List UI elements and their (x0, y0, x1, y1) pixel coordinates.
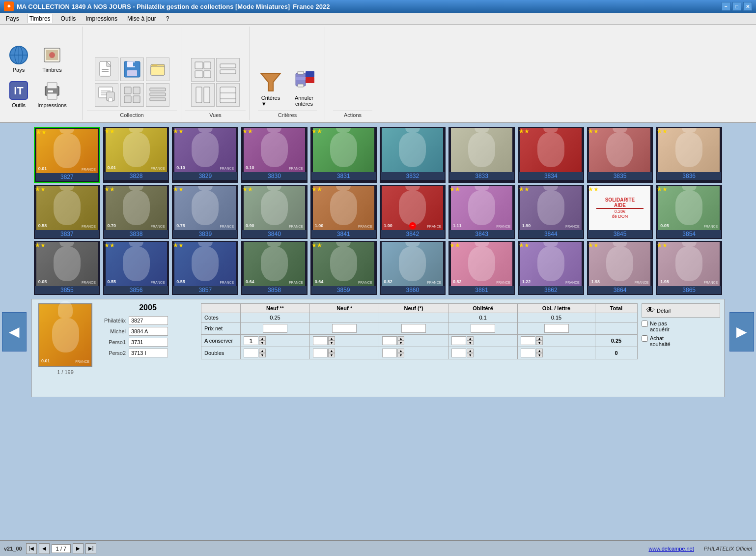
stamp-item-3831[interactable]: ★★3831 (310, 127, 377, 183)
stamp-item-3855[interactable]: ★★0.05FRANCE3855 (34, 241, 100, 295)
stamp-item-3842[interactable]: 1.00FRANCE−3842 (380, 185, 446, 239)
collection-save-btn[interactable] (120, 58, 144, 81)
page-first-button[interactable]: |◀ (26, 543, 37, 554)
stamp-item-3838[interactable]: ★★0.70FRANCE3838 (103, 185, 169, 239)
prix-net-neuf2-input[interactable] (263, 324, 287, 333)
spinner-down-7[interactable]: ▼ (328, 353, 335, 357)
stamp-item-3836[interactable]: ★★3836 (656, 127, 722, 183)
impressions-button[interactable]: Impressions (37, 77, 67, 110)
stamp-item-3841[interactable]: ★★1.00FRANCE3841 (310, 185, 377, 239)
stamp-item-3865[interactable]: ★★1.98FRANCE3865 (656, 241, 722, 295)
philatelix-input[interactable] (129, 316, 168, 325)
menu-pays[interactable]: Pays (4, 14, 21, 23)
nav-prev-button[interactable]: ◀ (2, 312, 27, 351)
menu-mise-a-jour[interactable]: Mise à jour (125, 14, 158, 23)
collection-grid-btn[interactable] (120, 83, 144, 107)
stamp-item-3829[interactable]: ★★0.10FRANCE3829 (172, 127, 238, 183)
spinner-up-2[interactable]: ▲ (328, 336, 335, 341)
vues-btn3[interactable] (191, 83, 215, 107)
a-conserver-neuf2-input[interactable] (244, 336, 258, 345)
page-last-button[interactable]: ▶| (85, 543, 96, 554)
stamp-item-3843[interactable]: ★★1.11FRANCE3843 (448, 185, 515, 239)
doubles-neuf2-input[interactable] (244, 349, 258, 357)
prix-net-neufp-input[interactable] (401, 324, 426, 333)
collection-list-btn[interactable] (146, 83, 169, 107)
spinner-up-3[interactable]: ▲ (397, 336, 404, 341)
timbres-button[interactable]: Timbres (37, 41, 67, 75)
vues-btn4[interactable] (216, 83, 240, 107)
doubles-neuf1-input[interactable] (313, 349, 328, 357)
stamp-item-3837[interactable]: ★★0.58FRANCE3837 (34, 185, 100, 239)
menu-help[interactable]: ? (164, 14, 171, 23)
spinner-up-9[interactable]: ▲ (467, 349, 474, 353)
page-next-button[interactable]: ▶ (73, 543, 84, 554)
spinner-down-10[interactable]: ▼ (536, 353, 543, 357)
spinner-down-3[interactable]: ▼ (397, 341, 404, 345)
spinner-up-4[interactable]: ▲ (467, 336, 474, 341)
vues-btn1[interactable] (191, 58, 215, 82)
stamp-item-3864[interactable]: ★★1.98FRANCE3864 (587, 241, 653, 295)
annuler-criteres-button[interactable]: Annulercritères (291, 69, 317, 107)
a-conserver-neufp-input[interactable] (382, 336, 397, 345)
detail-button[interactable]: 👁 Détail (642, 303, 720, 318)
minimize-button[interactable]: − (722, 2, 730, 11)
a-conserver-obl-lettre-input[interactable] (521, 336, 535, 345)
stamp-item-3859[interactable]: ★★0.64FRANCE3859 (310, 241, 377, 295)
collection-new-btn[interactable] (95, 58, 118, 81)
doubles-neufp-input[interactable] (382, 349, 397, 357)
stamp-item-3861[interactable]: ★★0.82FRANCE3861 (448, 241, 515, 295)
doubles-oblit-input[interactable] (451, 349, 466, 357)
stamp-item-3854[interactable]: ★★0.05FRANCE3854 (656, 185, 722, 239)
perso2-input[interactable] (129, 349, 168, 357)
stamp-item-3858[interactable]: 0.64FRANCE3858 (241, 241, 308, 295)
collection-print-btn[interactable] (95, 83, 118, 107)
maximize-button[interactable]: □ (732, 2, 741, 11)
vues-btn2[interactable] (216, 58, 240, 82)
criteres-button[interactable]: Critères▼ (258, 69, 283, 107)
ne-pas-acquerir-checkbox[interactable] (642, 321, 648, 327)
achat-souhaite-checkbox[interactable] (642, 335, 648, 342)
close-button[interactable]: ✕ (743, 2, 752, 11)
stamp-item-3839[interactable]: ★★0.75FRANCE3839 (172, 185, 238, 239)
stamp-item-3832[interactable]: 3832 (380, 127, 446, 183)
stamp-item-3862[interactable]: ★★1.22FRANCE3862 (518, 241, 584, 295)
prix-net-oblit-input[interactable] (471, 324, 495, 333)
pays-button[interactable]: Pays (4, 41, 33, 75)
spinner-down-4[interactable]: ▼ (467, 341, 474, 345)
spinner-down-6[interactable]: ▼ (259, 353, 266, 357)
menu-outils[interactable]: Outils (59, 14, 78, 23)
a-conserver-neuf1-input[interactable] (313, 336, 328, 345)
stamp-item-3845[interactable]: ★★SOLIDARITEAIDE0.20€de DON3845 (587, 185, 653, 239)
stamp-item-3827[interactable]: ★★0.01FRANCE3827 (34, 127, 100, 183)
spinner-up-1[interactable]: ▲ (259, 336, 266, 341)
spinner-down-9[interactable]: ▼ (467, 353, 474, 357)
collection-open-btn[interactable] (146, 58, 169, 81)
spinner-down-1[interactable]: ▼ (259, 341, 266, 345)
spinner-up-8[interactable]: ▲ (397, 349, 404, 353)
spinner-up-5[interactable]: ▲ (536, 336, 543, 341)
stamp-preview-image[interactable]: 0.01 FRANCE (38, 303, 92, 367)
spinner-down-8[interactable]: ▼ (397, 353, 404, 357)
menu-impressions[interactable]: Impressions (84, 14, 119, 23)
stamp-item-3830[interactable]: ★★0.10FRANCE3830 (241, 127, 308, 183)
spinner-up-7[interactable]: ▲ (328, 349, 335, 353)
stamp-item-3860[interactable]: 0.82FRANCE3860 (380, 241, 446, 295)
stamp-item-3835[interactable]: ★★3835 (587, 127, 653, 183)
page-prev-button[interactable]: ◀ (39, 543, 50, 554)
stamp-item-3844[interactable]: ★★1.90FRANCE3844 (518, 185, 584, 239)
michel-input[interactable] (129, 327, 168, 336)
spinner-up-6[interactable]: ▲ (259, 349, 266, 353)
menu-timbres[interactable]: Timbres (27, 14, 53, 23)
stamp-item-3856[interactable]: ★★0.55FRANCE3856 (103, 241, 169, 295)
stamp-item-3833[interactable]: 3833 (448, 127, 515, 183)
outils-button[interactable]: IT Outils (4, 77, 33, 110)
a-conserver-oblit-input[interactable] (451, 336, 466, 345)
nav-next-button[interactable]: ▶ (729, 312, 754, 351)
doubles-obl-lettre-input[interactable] (521, 349, 535, 357)
spinner-up-10[interactable]: ▲ (536, 349, 543, 353)
prix-net-neuf1-input[interactable] (332, 324, 357, 333)
stamp-item-3840[interactable]: ★★0.90FRANCE3840 (241, 185, 308, 239)
spinner-down-5[interactable]: ▼ (536, 341, 543, 345)
spinner-down-2[interactable]: ▼ (328, 341, 335, 345)
stamp-item-3828[interactable]: ★★0.01FRANCE3828 (103, 127, 169, 183)
